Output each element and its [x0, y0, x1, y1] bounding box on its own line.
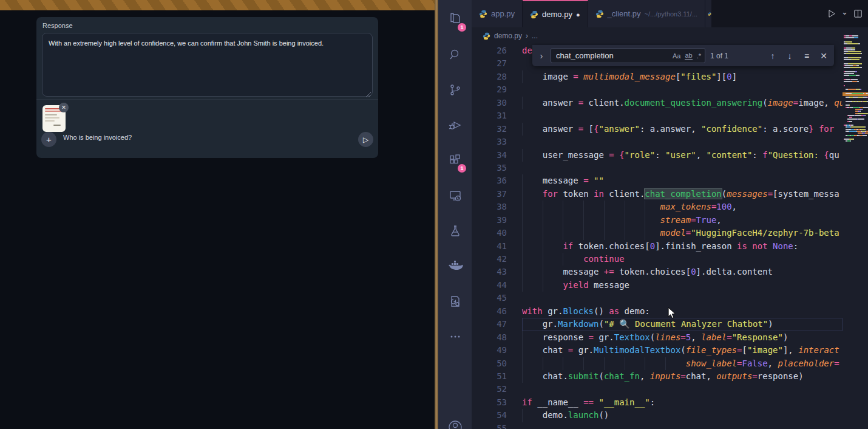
- code-line[interactable]: 28 image = multimodal_message["files"][0…: [472, 70, 843, 83]
- sidebar-item-docker[interactable]: [438, 252, 472, 281]
- next-match-button[interactable]: ↓: [784, 51, 795, 61]
- code-line[interactable]: 53if __name__ == "__main__":: [472, 396, 843, 409]
- sidebar-item-accounts[interactable]: [438, 412, 472, 429]
- tab-app-py[interactable]: app.py: [472, 0, 523, 27]
- code-line[interactable]: 47 gr.Markdown("# 🔍 Document Analyzer Ch…: [472, 318, 843, 331]
- code-line[interactable]: 34 user_message = {"role": "user", "cont…: [472, 149, 843, 162]
- line-number[interactable]: 41: [472, 240, 522, 253]
- sidebar-item-task-runner[interactable]: [438, 287, 472, 316]
- chat-input[interactable]: [62, 133, 325, 142]
- tab-demo-py[interactable]: demo.py ●: [523, 0, 588, 27]
- sidebar-item-source-control[interactable]: [438, 75, 472, 105]
- line-number[interactable]: 40: [472, 227, 522, 239]
- code-line[interactable]: 48 response = gr.Textbox(lines=5, label=…: [472, 331, 843, 344]
- minimap-line: [844, 89, 861, 90]
- close-find-button[interactable]: ✕: [818, 51, 829, 61]
- line-number[interactable]: 54: [472, 409, 522, 422]
- breadcrumb-file[interactable]: demo.py: [494, 32, 522, 40]
- add-file-button[interactable]: +: [41, 132, 56, 147]
- line-number[interactable]: 30: [472, 97, 522, 109]
- line-number[interactable]: 38: [472, 201, 522, 213]
- line-number[interactable]: 32: [472, 123, 522, 136]
- line-number[interactable]: 28: [472, 70, 522, 83]
- line-number[interactable]: 55: [472, 422, 522, 429]
- code-line[interactable]: 37 for token in client.chat_completion(m…: [472, 188, 843, 201]
- line-number[interactable]: 50: [472, 357, 522, 370]
- minimap[interactable]: [843, 27, 868, 429]
- sidebar-item-search[interactable]: [438, 40, 472, 69]
- line-number[interactable]: 33: [472, 136, 522, 148]
- code-editor[interactable]: 26def2728 image = multimodal_message["fi…: [472, 44, 843, 429]
- line-number[interactable]: 37: [472, 188, 522, 201]
- send-button[interactable]: ▷: [358, 132, 373, 147]
- sidebar-item-remote-explorer[interactable]: [438, 181, 472, 210]
- code-line[interactable]: 43 message += token.choices[0].delta.con…: [472, 266, 843, 278]
- code-line[interactable]: 35: [472, 162, 843, 174]
- sidebar-item-extensions[interactable]: 1: [438, 146, 472, 175]
- line-number[interactable]: 44: [472, 279, 522, 292]
- code-line[interactable]: 54 demo.launch(): [472, 409, 843, 422]
- line-number[interactable]: 35: [472, 162, 522, 174]
- sidebar-item-explorer[interactable]: 1: [438, 5, 472, 34]
- breadcrumb-symbol[interactable]: ...: [532, 32, 538, 40]
- code-line[interactable]: 30 answer = client.document_question_ans…: [472, 97, 843, 109]
- line-number[interactable]: 36: [472, 174, 522, 187]
- code-text: [522, 383, 843, 396]
- code-line[interactable]: 51 chat.submit(chat_fn, inputs=chat, out…: [472, 370, 843, 383]
- line-number[interactable]: 34: [472, 149, 522, 162]
- code-line[interactable]: 31: [472, 109, 843, 122]
- line-number[interactable]: 43: [472, 266, 522, 278]
- sidebar-item-run-debug[interactable]: [438, 111, 472, 140]
- code-line[interactable]: 33: [472, 136, 843, 148]
- code-line[interactable]: 32 answer = [{"answer": a.answer, "confi…: [472, 123, 843, 136]
- send-icon: ▷: [363, 136, 368, 144]
- remove-attachment-button[interactable]: ✕: [59, 103, 69, 112]
- line-number[interactable]: 49: [472, 344, 522, 357]
- whole-word-toggle[interactable]: ab: [685, 52, 692, 60]
- tab-client-py[interactable]: _client.py ~/.../python3.11/...: [588, 0, 705, 27]
- sidebar-item-testing[interactable]: [438, 216, 472, 245]
- code-line[interactable]: 41 if token.choices[0].finish_reason is …: [472, 240, 843, 253]
- code-line[interactable]: 52: [472, 383, 843, 396]
- code-line[interactable]: 39 stream=True,: [472, 214, 843, 227]
- run-button[interactable]: [826, 9, 836, 19]
- line-number[interactable]: 29: [472, 83, 522, 96]
- split-editor-button[interactable]: [853, 9, 863, 19]
- run-dropdown-chevron-icon[interactable]: ⌄: [841, 7, 848, 16]
- previous-match-button[interactable]: ↑: [767, 51, 778, 61]
- line-number[interactable]: 52: [472, 383, 522, 396]
- code-line[interactable]: 46with gr.Blocks() as demo:: [472, 305, 843, 318]
- find-input[interactable]: [555, 50, 668, 61]
- line-number[interactable]: 31: [472, 109, 522, 122]
- code-text: [522, 83, 843, 96]
- code-line[interactable]: 29: [472, 83, 843, 96]
- line-number[interactable]: 47: [472, 318, 522, 331]
- sidebar-item-more[interactable]: [438, 322, 472, 351]
- code-line[interactable]: 45: [472, 292, 843, 304]
- response-textarea[interactable]: With an extremely high level of confiden…: [42, 33, 373, 97]
- line-number[interactable]: 42: [472, 253, 522, 266]
- line-number[interactable]: 46: [472, 305, 522, 318]
- code-line[interactable]: 50 show_label=False, placeholder=: [472, 357, 843, 370]
- line-number[interactable]: 48: [472, 331, 522, 344]
- line-number[interactable]: 45: [472, 292, 522, 304]
- breadcrumb: demo.py › ...: [472, 27, 868, 44]
- code-line[interactable]: 55: [472, 422, 843, 429]
- code-line[interactable]: 44 yield message: [472, 279, 843, 292]
- line-number[interactable]: 26: [472, 44, 522, 57]
- line-number[interactable]: 53: [472, 396, 522, 409]
- code-line[interactable]: 42 continue: [472, 253, 843, 266]
- tab-partial[interactable]: [705, 0, 711, 27]
- line-number[interactable]: 27: [472, 57, 522, 70]
- code-line[interactable]: 36 message = "": [472, 174, 843, 187]
- find-in-selection-button[interactable]: ≡: [801, 51, 812, 61]
- regex-toggle[interactable]: .*: [697, 52, 701, 60]
- find-expand-chevron-icon[interactable]: ›: [537, 50, 546, 61]
- code-line[interactable]: 38 max_tokens=100,: [472, 201, 843, 213]
- code-line[interactable]: 40 model="HuggingFaceH4/zephyr-7b-beta: [472, 227, 843, 239]
- match-case-toggle[interactable]: Aa: [673, 52, 680, 60]
- line-number[interactable]: 51: [472, 370, 522, 383]
- dirty-indicator-icon[interactable]: ●: [576, 11, 580, 18]
- line-number[interactable]: 39: [472, 214, 522, 227]
- code-line[interactable]: 49 chat = gr.MultimodalTextbox(file_type…: [472, 344, 843, 357]
